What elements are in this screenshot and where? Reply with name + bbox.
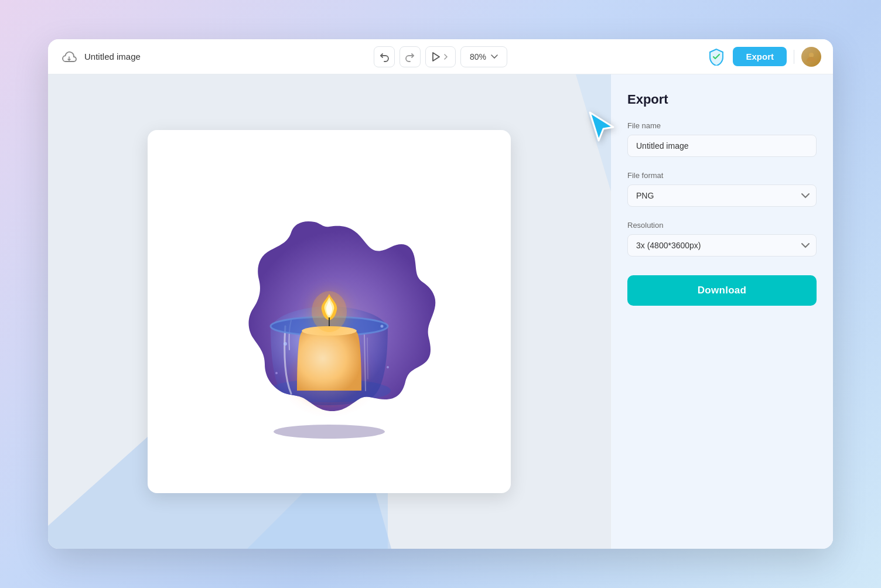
resolution-label: Resolution <box>627 221 817 230</box>
file-format-label: File format <box>627 171 817 180</box>
download-button[interactable]: Download <box>627 275 817 306</box>
file-name-label: File name <box>627 121 817 130</box>
cloud-icon <box>60 47 78 66</box>
header-toolbar: 80% <box>374 46 507 67</box>
svg-line-9 <box>367 338 368 379</box>
svg-point-11 <box>284 342 287 346</box>
svg-point-10 <box>274 425 385 439</box>
export-panel: Export File name File format PNG JPG SVG… <box>610 74 833 549</box>
zoom-selector[interactable]: 80% <box>460 46 507 67</box>
svg-point-13 <box>275 372 278 374</box>
redo-button[interactable] <box>399 46 421 67</box>
file-format-group: File format PNG JPG SVG PDF WEBP <box>627 171 817 207</box>
header-divider <box>794 50 794 64</box>
panel-title: Export <box>627 92 817 107</box>
resolution-group: Resolution 1x (1600*1200px) 2x (3200*240… <box>627 221 817 257</box>
shield-icon <box>707 47 726 66</box>
play-button[interactable] <box>425 46 456 67</box>
candle-image <box>194 162 464 461</box>
document-title: Untitled image <box>84 52 141 61</box>
main-content: Export File name File format PNG JPG SVG… <box>48 74 833 549</box>
resolution-wrapper: 1x (1600*1200px) 2x (3200*2400px) 3x (48… <box>627 234 817 257</box>
header-right: Export <box>707 47 821 67</box>
file-format-wrapper: PNG JPG SVG PDF WEBP <box>627 184 817 207</box>
export-button[interactable]: Export <box>733 47 787 66</box>
svg-point-12 <box>381 325 384 328</box>
avatar[interactable] <box>801 47 821 67</box>
svg-point-14 <box>387 366 389 368</box>
svg-point-0 <box>809 53 814 57</box>
canvas-area[interactable] <box>48 74 610 549</box>
app-window: Untitled image <box>48 39 833 549</box>
file-name-input[interactable] <box>627 135 817 157</box>
image-canvas-card <box>148 130 511 493</box>
undo-button[interactable] <box>374 46 395 67</box>
file-name-group: File name <box>627 121 817 157</box>
file-format-select[interactable]: PNG JPG SVG PDF WEBP <box>627 184 817 207</box>
zoom-value: 80% <box>470 52 486 61</box>
resolution-select[interactable]: 1x (1600*1200px) 2x (3200*2400px) 3x (48… <box>627 234 817 257</box>
header: Untitled image <box>48 39 833 74</box>
